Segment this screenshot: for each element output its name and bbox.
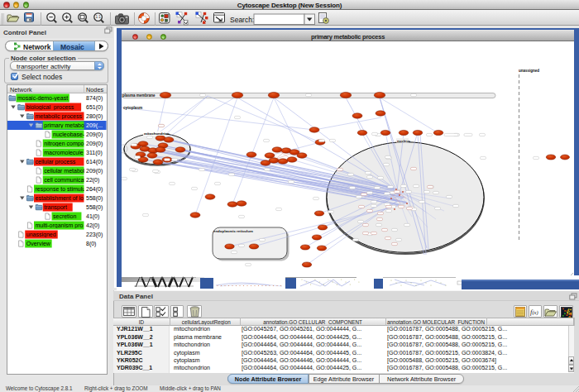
svg-text:nucleus: nucleus (397, 139, 411, 143)
svg-text:unassigned: unassigned (519, 69, 539, 73)
svg-text:Search:: Search: (230, 16, 254, 24)
svg-text:plasma membrane: plasma membrane (122, 93, 156, 98)
svg-text:cytoplasm: cytoplasm (123, 106, 142, 110)
svg-text:1:1: 1:1 (95, 15, 101, 19)
svg-text:endoplasmic reticulum: endoplasmic reticulum (213, 229, 253, 233)
svg-text:mitochondrion: mitochondrion (144, 131, 170, 136)
